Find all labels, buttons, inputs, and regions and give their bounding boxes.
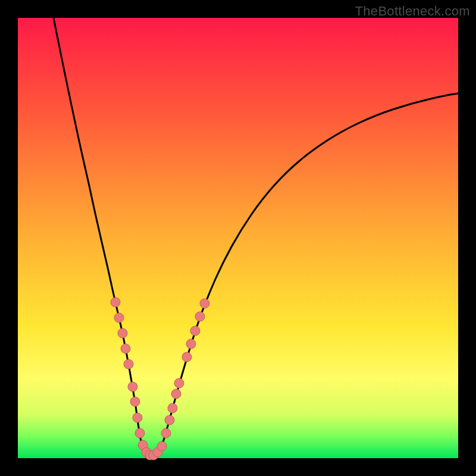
highlight-dot xyxy=(118,328,127,338)
highlight-dot xyxy=(114,313,124,322)
watermark-text: TheBottleneck.com xyxy=(355,4,470,19)
highlight-dot xyxy=(130,397,140,406)
highlight-dot xyxy=(165,415,174,425)
highlight-dot xyxy=(182,352,192,362)
highlight-dot xyxy=(186,339,196,349)
highlight-dot xyxy=(168,403,177,413)
highlight-dot xyxy=(195,312,205,321)
highlight-dot xyxy=(157,441,167,451)
highlight-dots xyxy=(111,298,209,460)
highlight-dot xyxy=(200,299,209,308)
highlight-dot xyxy=(124,359,133,369)
bottleneck-curve xyxy=(18,18,458,458)
highlight-dot xyxy=(171,389,181,399)
chart-area xyxy=(18,18,458,458)
highlight-dot xyxy=(161,428,171,438)
highlight-dot xyxy=(133,413,142,422)
highlight-dot xyxy=(135,428,145,438)
highlight-dot xyxy=(128,382,137,392)
highlight-dot xyxy=(111,298,120,307)
highlight-dot xyxy=(174,378,184,388)
highlight-dot xyxy=(190,326,200,336)
highlight-dot xyxy=(121,344,130,353)
curve-line xyxy=(54,18,458,456)
